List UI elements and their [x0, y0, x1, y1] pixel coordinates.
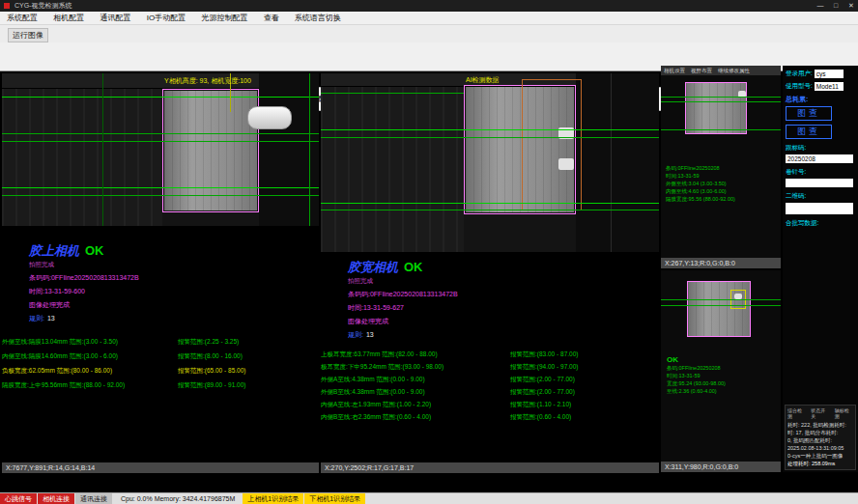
- measure-line: [321, 129, 659, 130]
- machine-body: [2, 89, 162, 226]
- mid-pixel-readout: X:270,Y:2502;R:17,G:17,B:17: [321, 462, 659, 473]
- menu-io-manual[interactable]: IO手动配置: [140, 12, 192, 25]
- blue-status-box-1[interactable]: 图查: [786, 106, 832, 121]
- measurement-row: 外侧至线:隔膜13.04mm 范围:(3.00 - 3.50) 报警范围:(2.…: [2, 335, 319, 350]
- measurement-text: 极耳宽度:下中95.24mm 范围:(93.00 - 98.00): [321, 363, 443, 372]
- rc-item-1[interactable]: 相机设置: [664, 66, 685, 75]
- alarm-range-text: 报警范围:(0.60 - 4.00): [510, 413, 571, 422]
- result-ok-badge: OK: [85, 243, 104, 258]
- small-pixel-readout-2: X:311,Y:980,R:0,G:0,B:0: [661, 462, 781, 472]
- small-results-1: 条码:0FFIine20250208 时间:13-31-59 外侧至线:3.04…: [666, 164, 735, 203]
- batch-code-label: 跟标码:: [786, 144, 855, 153]
- time-text: 时间:13-31-59-600: [29, 287, 319, 296]
- roller-part: [247, 106, 292, 129]
- rule-label: 规则:: [29, 315, 44, 322]
- left-camera-view[interactable]: Y相机高度: 93, 相机宽度:100: [2, 73, 319, 226]
- menu-view[interactable]: 查看: [257, 12, 286, 25]
- measure-line: [321, 210, 659, 210]
- process-status-text: 图像处理完成: [348, 317, 659, 326]
- measure-line: [2, 195, 319, 196]
- measurement-row: 内侧至线:隔膜14.60mm 范围:(3.00 - 6.00) 报警范围:(8.…: [2, 350, 319, 364]
- small-camera-view-2[interactable]: OK 条码:0FFIine20250208 时间:13-31-59 宽度:95.…: [661, 270, 781, 462]
- measurement-row: 内侧B至线:右2.36mm 范围:(0.60 - 4.00) 报警范围:(0.6…: [321, 410, 659, 423]
- small-camera-view-1[interactable]: 条码:0FFIine20250208 时间:13-31-59 外侧至线:3.04…: [661, 75, 781, 258]
- measure-line: [661, 97, 781, 98]
- info-panel: 登录用户: cys 使用型号: Mode11 总耗累: 图查 图查 跟标码: 2…: [783, 66, 858, 472]
- measurement-text: 内侧B至线:右2.36mm 范围:(0.60 - 4.00): [321, 413, 431, 422]
- barcode-text: 条码码:0FFIine2025020813313472B: [29, 273, 319, 283]
- roll-number-input[interactable]: [786, 179, 853, 187]
- menu-system-config[interactable]: 系统配置: [0, 12, 44, 25]
- mid-camera-view[interactable]: AI检测数据: [321, 73, 659, 252]
- left-results: 胶上相机OK 拍照完成 条码码:0FFIine2025020813313472B…: [2, 226, 319, 462]
- time-text: 时间:13-31-59-627: [348, 303, 659, 313]
- small-result-line: 条码:0FFIine20250208: [667, 364, 726, 372]
- rule-value: 13: [366, 331, 374, 338]
- small-results-2: OK 条码:0FFIine20250208 时间:13-31-59 宽度:95.…: [667, 355, 726, 395]
- small-result-line: 条码:0FFIine20250208: [666, 164, 735, 172]
- measurement-text: 隔膜宽度:上中95.56mm 范围:(88.00 - 92.00): [2, 381, 125, 390]
- reflection-glint: [558, 158, 574, 170]
- measure-vline: [309, 73, 310, 226]
- barcode-text: 条码码:0FFIine2025020813313472B: [348, 290, 659, 299]
- menu-light-control[interactable]: 光源控制配置: [194, 12, 254, 25]
- menu-bar: 系统配置 相机配置 通讯配置 IO手动配置 光源控制配置 查看 系统语言切换: [0, 12, 858, 25]
- measure-line: [661, 101, 781, 102]
- measure-line: [2, 187, 319, 188]
- lower-camera-result-badge: 下相机1识别结果: [304, 493, 365, 504]
- measurement-row: 负极宽度:62.05mm 范围:(80.00 - 86.00) 报警范围:(65…: [2, 364, 319, 378]
- measurement-text: 上极耳宽度:63.77mm 范围:(82.00 - 88.00): [321, 350, 438, 359]
- minimize-button[interactable]: —: [814, 0, 827, 12]
- close-button[interactable]: ✕: [844, 0, 858, 12]
- qr-code-input[interactable]: [786, 203, 853, 214]
- rule-row: 规则:13: [348, 330, 659, 340]
- login-user-row: 登录用户: cys: [786, 70, 855, 78]
- alarm-range-text: 报警范围:(83.00 - 87.00): [510, 350, 578, 359]
- model-value: Mode11: [815, 82, 844, 91]
- left-camera-panel: Y相机高度: 93, 相机宽度:100 胶上相机OK 拍照完成 条码码:0FFI…: [2, 73, 319, 473]
- blue-status-box-2[interactable]: 图查: [786, 125, 832, 139]
- stats-line-processing-time: 处理耗时: 258.09ms: [787, 460, 853, 467]
- cpu-memory-readout: Cpu: 0.0% Memory: 3424.41796875M: [121, 495, 235, 502]
- alarm-range-text: 报警范围:(2.25 - 3.25): [178, 338, 239, 347]
- measure-line: [2, 97, 319, 98]
- model-label: 使用型号:: [786, 82, 813, 91]
- small-result-line: 外侧至线:3.04 (3.00-3.50): [666, 180, 735, 187]
- measurement-row: 上极耳宽度:63.77mm 范围:(82.00 - 88.00) 报警范围:(8…: [321, 348, 659, 360]
- small-camera-panel-1: 条码:0FFIine20250208 时间:13-31-59 外侧至线:3.04…: [661, 75, 781, 268]
- window-title: CYG-视觉检测系统: [14, 2, 72, 9]
- title-bar: CYG-视觉检测系统 — □ ✕: [0, 0, 858, 12]
- measurement-row: 外侧A至线:4.38mm 范围:(0.00 - 9.00) 报警范围:(2.00…: [321, 373, 659, 385]
- stats-header-item: 轴标检测: [835, 407, 853, 419]
- measure-line: [321, 93, 464, 94]
- app-icon: [4, 3, 10, 9]
- alarm-range-text: 报警范围:(2.00 - 77.00): [510, 388, 575, 397]
- result-ok-badge: OK: [404, 260, 423, 274]
- measure-line: [661, 299, 781, 300]
- menu-camera-config[interactable]: 相机配置: [46, 12, 91, 25]
- menu-comm-config[interactable]: 通讯配置: [93, 12, 137, 25]
- right-column-bar: 相机设置 视野布置 继续修改属性: [661, 66, 781, 75]
- rule-label: 规则:: [348, 331, 363, 338]
- stats-line: 时: 17, 批码分布耗时:: [787, 429, 853, 436]
- stats-line: 2025.02.08-13:31:09:05: [787, 444, 853, 452]
- rc-item-3[interactable]: 继续修改属性: [718, 66, 750, 75]
- menu-language[interactable]: 系统语言切换: [288, 12, 348, 25]
- bottom-status-bar: 心跳信号 相机连接 通讯连接 Cpu: 0.0% Memory: 3424.41…: [0, 492, 858, 504]
- total-label: 总耗累:: [786, 95, 855, 104]
- tab-run-image[interactable]: 运行图像: [8, 28, 48, 42]
- alarm-range-text: 报警范围:(8.00 - 16.00): [178, 352, 243, 361]
- model-row: 使用型号: Mode11: [786, 82, 855, 91]
- process-status-text: 图像处理完成: [29, 300, 319, 310]
- maximize-button[interactable]: □: [829, 0, 843, 12]
- rc-item-2[interactable]: 视野布置: [691, 66, 712, 75]
- batch-code-value[interactable]: 20250208: [786, 154, 853, 163]
- small-result-line: 隔膜宽度:95.56 (88.00-92.00): [666, 195, 735, 203]
- measurement-row: 极耳宽度:下中95.24mm 范围:(93.00 - 98.00) 报警范围:(…: [321, 360, 659, 373]
- machine-edge: [611, 73, 612, 252]
- comm-connect-badge: 通讯连接: [75, 493, 112, 504]
- camera-result-title: 胶上相机: [29, 243, 79, 258]
- small-result-line: 时间:13-31-59: [667, 372, 726, 379]
- result-subtitle: 拍照完成: [348, 277, 659, 286]
- small-result-line: 宽度:95.24 (93.00-98.00): [667, 379, 726, 387]
